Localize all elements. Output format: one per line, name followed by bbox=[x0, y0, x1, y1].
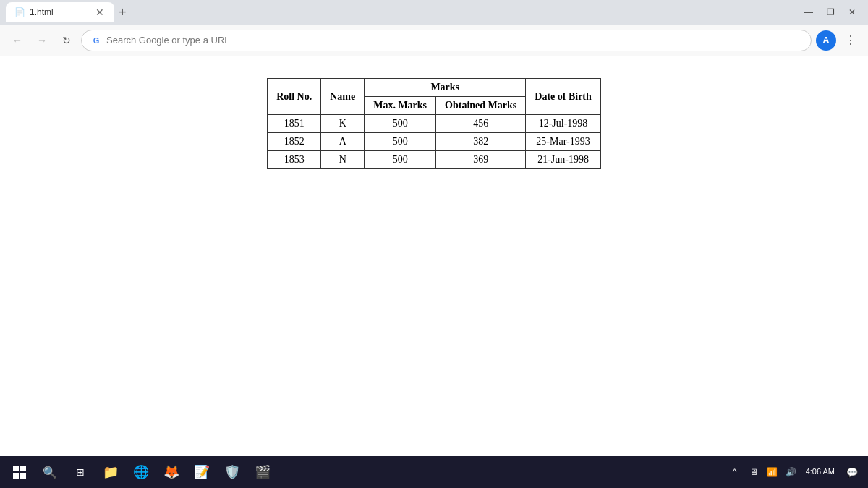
volume-icon[interactable]: 🔊 bbox=[784, 465, 799, 479]
word-icon: 📝 bbox=[194, 464, 210, 480]
cell-obtained-marks: 456 bbox=[436, 115, 526, 133]
browser-taskbar-icon: 🌐 bbox=[133, 464, 149, 480]
file-explorer-button[interactable]: 📁 bbox=[97, 458, 124, 486]
notification-button[interactable]: 💬 bbox=[842, 462, 862, 482]
new-tab-button[interactable]: + bbox=[114, 5, 131, 20]
students-table: Roll No. Name Marks Date of Birth Max. M… bbox=[267, 78, 601, 169]
svg-rect-1 bbox=[20, 466, 26, 471]
table-row: 1852A50038225-Mar-1993 bbox=[268, 133, 601, 151]
taskbar: 🔍 ⊞ 📁 🌐 🦊 📝 🛡️ 🎬 ^ 🖥 📶 🔊 4:06 AM 💬 bbox=[0, 456, 868, 488]
cell-name: K bbox=[321, 115, 365, 133]
cell-roll-no: 1853 bbox=[268, 151, 321, 169]
search-taskbar-button[interactable]: 🔍 bbox=[36, 458, 64, 486]
browser-tab[interactable]: 📄 1.html ✕ bbox=[6, 2, 114, 22]
file-explorer-icon: 📁 bbox=[103, 464, 119, 480]
cell-name: N bbox=[321, 151, 365, 169]
forward-button[interactable]: → bbox=[32, 30, 52, 51]
desktop-icon[interactable]: 🖥 bbox=[746, 465, 761, 479]
cell-obtained-marks: 369 bbox=[436, 151, 526, 169]
shield-icon: 🛡️ bbox=[224, 464, 240, 480]
reload-button[interactable]: ↻ bbox=[56, 30, 77, 51]
col-header-dob: Date of Birth bbox=[526, 79, 601, 115]
clock-time: 4:06 AM bbox=[806, 466, 835, 477]
task-view-button[interactable]: ⊞ bbox=[67, 458, 94, 486]
svg-rect-2 bbox=[13, 473, 19, 479]
browser-menu-button[interactable]: ⋮ bbox=[841, 30, 861, 51]
col-header-obtained-marks: Obtained Marks bbox=[436, 97, 526, 115]
col-header-roll-no: Roll No. bbox=[268, 79, 321, 115]
browser-taskbar-button[interactable]: 🌐 bbox=[127, 458, 155, 486]
cell-max-marks: 500 bbox=[365, 151, 436, 169]
profile-avatar[interactable]: A bbox=[816, 30, 836, 51]
app-icon: 🎬 bbox=[255, 464, 271, 480]
maximize-button[interactable]: ❐ bbox=[820, 2, 841, 22]
table-row: 1851K50045612-Jul-1998 bbox=[268, 115, 601, 133]
cell-max-marks: 500 bbox=[365, 133, 436, 151]
page-content: Roll No. Name Marks Date of Birth Max. M… bbox=[0, 56, 868, 456]
url-bar[interactable]: G bbox=[81, 30, 812, 51]
address-bar: ← → ↻ G A ⋮ bbox=[0, 25, 868, 56]
shield-button[interactable]: 🛡️ bbox=[218, 458, 246, 486]
cell-roll-no: 1851 bbox=[268, 115, 321, 133]
svg-rect-3 bbox=[20, 473, 26, 479]
minimize-button[interactable]: — bbox=[799, 2, 819, 22]
svg-rect-0 bbox=[13, 466, 19, 471]
firefox-button[interactable]: 🦊 bbox=[158, 458, 185, 486]
col-header-name: Name bbox=[321, 79, 365, 115]
cell-roll-no: 1852 bbox=[268, 133, 321, 151]
word-button[interactable]: 📝 bbox=[188, 458, 216, 486]
tab-title: 1.html bbox=[30, 7, 90, 17]
col-header-max-marks: Max. Marks bbox=[365, 97, 436, 115]
tab-favicon: 📄 bbox=[14, 7, 25, 17]
cell-dob: 25-Mar-1993 bbox=[526, 133, 601, 151]
col-header-marks: Marks bbox=[365, 79, 526, 97]
window-controls: — ❐ ✕ bbox=[799, 2, 862, 22]
table-row: 1853N50036921-Jun-1998 bbox=[268, 151, 601, 169]
cell-obtained-marks: 382 bbox=[436, 133, 526, 151]
cell-dob: 21-Jun-1998 bbox=[526, 151, 601, 169]
tab-close-button[interactable]: ✕ bbox=[94, 7, 106, 18]
chevron-up-icon[interactable]: ^ bbox=[728, 465, 742, 479]
task-view-icon: ⊞ bbox=[76, 466, 85, 478]
close-button[interactable]: ✕ bbox=[842, 2, 862, 22]
tab-area: 📄 1.html ✕ + bbox=[6, 2, 796, 22]
system-tray: ^ 🖥 📶 🔊 4:06 AM 💬 bbox=[728, 462, 862, 482]
google-icon: G bbox=[90, 35, 102, 46]
back-button[interactable]: ← bbox=[7, 30, 27, 51]
network-icon[interactable]: 📶 bbox=[765, 465, 780, 479]
cell-dob: 12-Jul-1998 bbox=[526, 115, 601, 133]
title-bar: 📄 1.html ✕ + — ❐ ✕ bbox=[0, 0, 868, 25]
start-button[interactable] bbox=[6, 458, 33, 486]
system-clock[interactable]: 4:06 AM bbox=[803, 465, 838, 479]
firefox-icon: 🦊 bbox=[163, 464, 179, 480]
url-input[interactable] bbox=[106, 35, 802, 46]
app-button[interactable]: 🎬 bbox=[249, 458, 276, 486]
windows-icon bbox=[13, 466, 26, 479]
search-taskbar-icon: 🔍 bbox=[43, 466, 57, 479]
cell-name: A bbox=[321, 133, 365, 151]
cell-max-marks: 500 bbox=[365, 115, 436, 133]
